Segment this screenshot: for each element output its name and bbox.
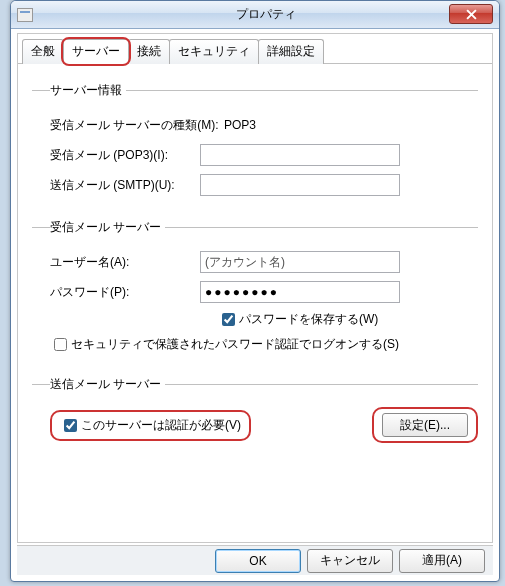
remember-password-label: パスワードを保存する(W) xyxy=(239,311,378,328)
titlebar: プロパティ xyxy=(11,1,499,29)
tab-security[interactable]: セキュリティ xyxy=(169,39,259,64)
incoming-type-value: POP3 xyxy=(224,118,284,132)
app-icon xyxy=(17,8,33,22)
highlight-annotation-settings: 設定(E)... xyxy=(372,407,478,443)
outgoing-server-label: 送信メール (SMTP)(U): xyxy=(50,177,200,194)
cancel-button[interactable]: キャンセル xyxy=(307,549,393,573)
password-input[interactable] xyxy=(200,281,400,303)
window-title: プロパティ xyxy=(33,6,499,23)
password-label: パスワード(P): xyxy=(50,284,200,301)
ok-button[interactable]: OK xyxy=(215,549,301,573)
tab-advanced[interactable]: 詳細設定 xyxy=(258,39,324,64)
smtp-settings-button[interactable]: 設定(E)... xyxy=(382,413,468,437)
smtp-auth-label: このサーバーは認証が必要(V) xyxy=(81,417,241,434)
close-button[interactable] xyxy=(449,4,493,24)
tab-server[interactable]: サーバー xyxy=(63,39,129,64)
group-outgoing-legend: 送信メール サーバー xyxy=(50,376,165,393)
apply-button[interactable]: 適用(A) xyxy=(399,549,485,573)
tabstrip: 全般 サーバー 接続 セキュリティ 詳細設定 xyxy=(18,34,492,64)
username-input[interactable] xyxy=(200,251,400,273)
incoming-server-label: 受信メール (POP3)(I): xyxy=(50,147,200,164)
tab-connection[interactable]: 接続 xyxy=(128,39,170,64)
spa-label: セキュリティで保護されたパスワード認証でログオンする(S) xyxy=(71,336,399,353)
group-incoming-legend: 受信メール サーバー xyxy=(50,219,165,236)
group-incoming: 受信メール サーバー ユーザー名(A): パスワード(P): パスワードを保存す… xyxy=(32,219,478,360)
username-label: ユーザー名(A): xyxy=(50,254,200,271)
outgoing-server-input[interactable] xyxy=(200,174,400,196)
incoming-server-input[interactable] xyxy=(200,144,400,166)
client-area: 全般 サーバー 接続 セキュリティ 詳細設定 サーバー情報 受信メール サーバー… xyxy=(17,33,493,543)
tab-pane-server: サーバー情報 受信メール サーバーの種類(M): POP3 受信メール (POP… xyxy=(18,64,492,449)
dialog-window: プロパティ 全般 サーバー 接続 セキュリティ 詳細設定 サーバー情報 受信メー… xyxy=(10,0,500,582)
group-server-info: サーバー情報 受信メール サーバーの種類(M): POP3 受信メール (POP… xyxy=(32,82,478,203)
close-icon xyxy=(466,9,477,20)
remember-password-checkbox[interactable] xyxy=(222,313,235,326)
group-outgoing: 送信メール サーバー このサーバーは認証が必要(V) 設定(E)... xyxy=(32,376,478,449)
incoming-type-label: 受信メール サーバーの種類(M): xyxy=(50,117,224,134)
tab-general[interactable]: 全般 xyxy=(22,39,64,64)
smtp-auth-checkbox[interactable] xyxy=(64,419,77,432)
group-server-info-legend: サーバー情報 xyxy=(50,82,126,99)
spa-checkbox[interactable] xyxy=(54,338,67,351)
highlight-annotation-auth: このサーバーは認証が必要(V) xyxy=(50,410,251,441)
dialog-footer: OK キャンセル 適用(A) xyxy=(17,545,493,575)
